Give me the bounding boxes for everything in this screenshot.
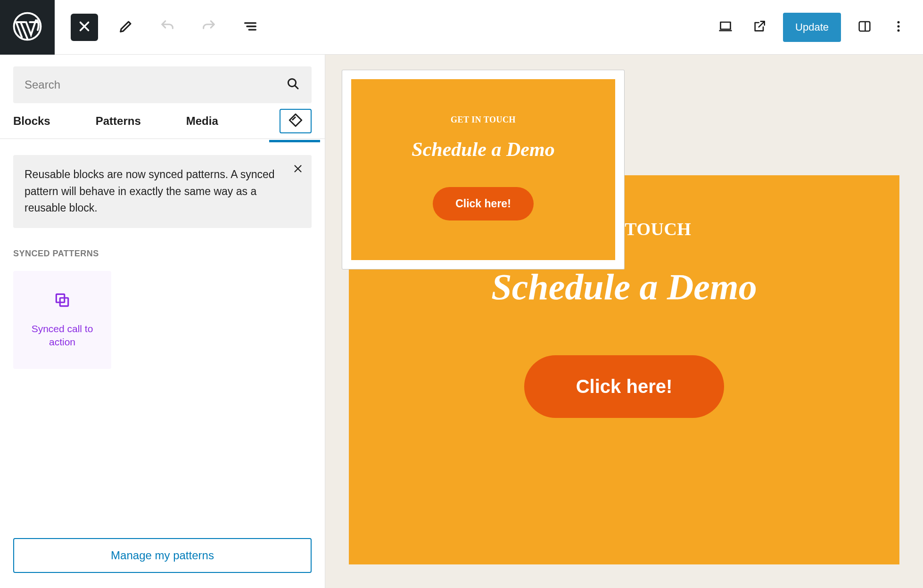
undo-button[interactable] xyxy=(154,14,181,41)
update-button[interactable]: Update xyxy=(783,13,841,42)
synced-patterns-heading: SYNCED PATTERNS xyxy=(13,249,312,259)
edit-tool-button[interactable] xyxy=(112,14,140,41)
search-wrap xyxy=(13,66,312,103)
undo-icon xyxy=(159,18,175,36)
search-icon xyxy=(286,77,300,93)
close-icon xyxy=(292,169,304,176)
tab-patterns[interactable]: Patterns xyxy=(96,108,141,134)
synced-patterns-icon xyxy=(288,112,304,130)
svg-point-5 xyxy=(898,29,900,32)
inserter-tabs: Blocks Patterns Media xyxy=(0,103,325,139)
toolbar-left-group xyxy=(55,0,264,54)
view-button[interactable] xyxy=(715,17,736,38)
settings-panel-toggle[interactable] xyxy=(854,17,875,38)
close-icon xyxy=(76,18,92,36)
inserter-sidebar: Blocks Patterns Media Reusable blocks ar… xyxy=(0,55,325,588)
redo-button[interactable] xyxy=(195,14,223,41)
cta-heading[interactable]: Schedule a Demo xyxy=(368,266,881,308)
svg-point-3 xyxy=(898,21,900,24)
wordpress-logo-icon xyxy=(13,12,42,43)
tab-media[interactable]: Media xyxy=(186,108,218,134)
pattern-tile-synced-cta[interactable]: Synced call to action xyxy=(13,271,111,369)
cta-eyebrow: GET IN TOUCH xyxy=(365,115,601,125)
sidebar-panel-icon xyxy=(857,18,873,36)
cta-button: Click here! xyxy=(433,187,534,220)
open-external-button[interactable] xyxy=(749,17,770,38)
notice-dismiss-button[interactable] xyxy=(292,163,304,176)
active-tab-indicator xyxy=(269,140,320,142)
editor-topbar: Update xyxy=(0,0,923,55)
tab-synced-patterns[interactable] xyxy=(280,109,312,133)
pencil-icon xyxy=(118,18,134,36)
close-inserter-button[interactable] xyxy=(71,14,98,41)
cta-button[interactable]: Click here! xyxy=(524,355,725,418)
synced-block-icon xyxy=(53,291,71,322)
cta-block-preview: GET IN TOUCH Schedule a Demo Click here! xyxy=(351,79,615,260)
options-menu-button[interactable] xyxy=(888,17,909,38)
redo-icon xyxy=(201,18,217,36)
tab-blocks[interactable]: Blocks xyxy=(13,108,50,134)
external-link-icon xyxy=(752,19,767,35)
pattern-tile-label: Synced call to action xyxy=(13,322,111,349)
notice-text: Reusable blocks are now synced patterns.… xyxy=(25,168,275,214)
svg-rect-1 xyxy=(721,22,731,29)
document-overview-button[interactable] xyxy=(237,14,264,41)
pattern-preview-popover: GET IN TOUCH Schedule a Demo Click here! xyxy=(342,70,625,270)
search-input[interactable] xyxy=(13,66,312,103)
cta-heading: Schedule a Demo xyxy=(365,138,601,161)
synced-patterns-notice: Reusable blocks are now synced patterns.… xyxy=(13,155,312,228)
kebab-icon xyxy=(891,19,906,35)
editor-body: Blocks Patterns Media Reusable blocks ar… xyxy=(0,55,923,588)
list-view-icon xyxy=(242,18,258,36)
editor-canvas[interactable]: GET IN TOUCH Schedule a Demo Click here!… xyxy=(325,55,923,588)
laptop-icon xyxy=(717,18,734,36)
svg-rect-2 xyxy=(859,22,870,31)
wordpress-logo-button[interactable] xyxy=(0,0,55,55)
toolbar-right-group: Update xyxy=(715,0,923,54)
svg-point-4 xyxy=(898,25,900,28)
manage-patterns-button[interactable]: Manage my patterns xyxy=(13,538,312,573)
